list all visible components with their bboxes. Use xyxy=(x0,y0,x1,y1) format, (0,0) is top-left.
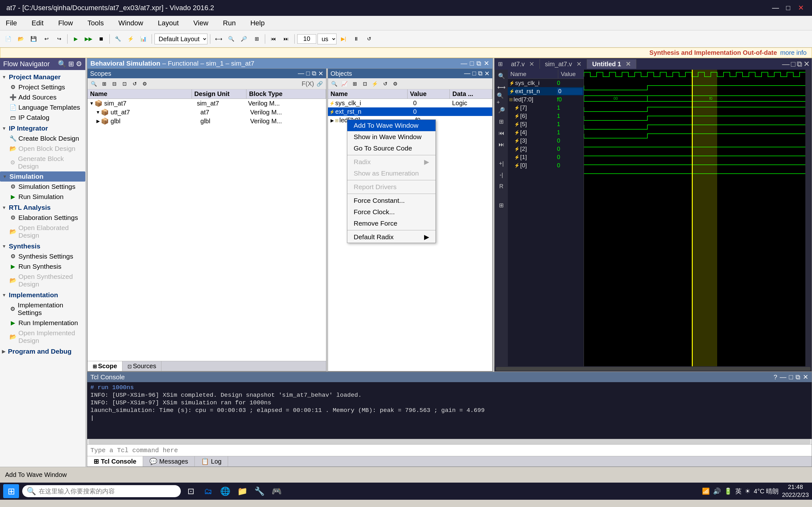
menu-view[interactable]: View xyxy=(191,18,211,29)
flow-nav-expand-icon[interactable]: ⊞ xyxy=(68,60,74,68)
ctx-show-enumeration[interactable]: Show as Enumeration xyxy=(347,168,436,179)
obj-force-btn[interactable]: ⚡ xyxy=(370,79,379,88)
close-button[interactable]: ✕ xyxy=(796,3,806,13)
obj-search-btn[interactable]: 🔍 xyxy=(330,79,339,88)
obj-settings-btn[interactable]: ⚙ xyxy=(391,79,400,88)
ctx-add-to-wave[interactable]: Add To Wave Window xyxy=(347,120,436,131)
layout-dropdown[interactable]: Default Layout xyxy=(154,34,207,44)
menu-file[interactable]: File xyxy=(3,18,19,29)
nav-open-synthesized[interactable]: 📂 Open Synthesized Design xyxy=(0,272,85,289)
tcl-close[interactable]: ✕ xyxy=(803,373,809,381)
prev-btn[interactable]: ⏮ xyxy=(268,33,279,45)
scopes-minimize[interactable]: — xyxy=(298,70,304,77)
report-btn[interactable]: 📊 xyxy=(138,33,149,45)
next-btn[interactable]: ⏭ xyxy=(281,33,292,45)
wave-prev-edge-btn[interactable]: ⏮ xyxy=(496,128,507,138)
scopes-maximize[interactable]: ⧉ xyxy=(312,70,316,77)
ctx-report-drivers[interactable]: Report Drivers xyxy=(347,181,436,193)
scopes-close[interactable]: ✕ xyxy=(318,70,323,77)
nav-impl-settings[interactable]: ⚙ Implementation Settings xyxy=(0,300,85,318)
tcl-tab-messages[interactable]: 💬 Messages xyxy=(143,456,195,466)
tcl-tab-console[interactable]: ⊞ Tcl Console xyxy=(87,456,143,466)
obj-expand-btn[interactable]: ⊞ xyxy=(350,79,359,88)
scope-row-utt-at7[interactable]: ▼ 📦 utt_at7 at7 Verilog M... xyxy=(88,108,326,117)
at7-tab-close[interactable]: ✕ xyxy=(529,60,535,67)
obj-refresh-btn[interactable]: ↺ xyxy=(380,79,390,88)
taskbar-volume-icon[interactable]: 🔊 xyxy=(713,487,721,495)
taskbar-search[interactable]: 🔍 xyxy=(22,485,181,497)
taskbar-time[interactable]: 21:48 2022/2/23 xyxy=(782,483,809,499)
stop-btn[interactable]: ⏹ xyxy=(96,33,107,45)
wave-tab-sim-at7[interactable]: sim_at7.v ✕ xyxy=(540,59,587,69)
obj-filter-btn[interactable]: ⊡ xyxy=(360,79,369,88)
wave-ref-btn[interactable]: R xyxy=(496,181,507,191)
wave-maximize[interactable]: ⧉ xyxy=(797,60,802,68)
objects-float[interactable]: □ xyxy=(472,70,476,77)
scopes-expand-btn[interactable]: ⊞ xyxy=(100,79,108,88)
taskbar-file-btn[interactable]: 🗂 xyxy=(201,484,215,498)
wave-zoom-fit-btn[interactable]: ⟷ xyxy=(496,82,507,93)
obj-row-sys-clk[interactable]: ⚡ sys_clk_i 0 Logic xyxy=(328,99,492,107)
beh-sim-minimize[interactable]: — xyxy=(461,60,467,67)
wave-tab-at7[interactable]: at7.v ✕ xyxy=(506,59,540,69)
wave-sig-led7[interactable]: ⚡ [7] 1 xyxy=(508,104,583,112)
nav-open-block-design[interactable]: 📂 Open Block Design xyxy=(0,144,85,154)
utt-at7-expand[interactable]: ▼ xyxy=(95,110,101,115)
scopes-collapse-btn[interactable]: ⊟ xyxy=(110,79,119,88)
wave-search-btn[interactable]: 🔍 xyxy=(496,71,507,81)
zoom-in-btn[interactable]: 🔍 xyxy=(225,33,237,45)
taskbar-tools-btn[interactable]: 🔧 xyxy=(252,484,266,498)
taskbar-battery-icon[interactable]: 🔋 xyxy=(724,487,732,495)
scope-row-glbl[interactable]: ▶ 📦 glbl glbl Verilog M... xyxy=(88,117,326,125)
menu-run[interactable]: Run xyxy=(220,18,238,29)
section-simulation[interactable]: ▼ Simulation xyxy=(0,171,85,181)
ctx-remove-force[interactable]: Remove Force xyxy=(347,218,436,229)
nav-ip-catalog[interactable]: 🗃 IP Catalog xyxy=(0,112,85,123)
wave-sig-led4[interactable]: ⚡ [4] 1 xyxy=(508,128,583,136)
scope-row-sim-at7[interactable]: ▼ 📦 sim_at7 sim_at7 Verilog M... xyxy=(88,99,326,108)
beh-sim-close[interactable]: ✕ xyxy=(484,60,490,67)
minimize-button[interactable]: — xyxy=(771,3,780,13)
section-ip-integrator[interactable]: ▼ IP Integrator xyxy=(0,123,85,133)
more-info-link[interactable]: more info xyxy=(780,49,807,56)
section-project-manager[interactable]: ▼ Project Manager xyxy=(0,71,85,82)
nav-run-simulation[interactable]: ▶ Run Simulation xyxy=(0,192,85,202)
wave-zoom-sel-btn[interactable]: ⊞ xyxy=(496,117,507,127)
menu-help[interactable]: Help xyxy=(248,18,267,29)
search-input[interactable] xyxy=(39,488,176,495)
scopes-link-btn[interactable]: 🔗 xyxy=(315,79,324,88)
ctx-radix[interactable]: Radix ▶ xyxy=(347,156,436,168)
nav-language-templates[interactable]: 📄 Language Templates xyxy=(0,102,85,112)
tcl-tab-log[interactable]: 📋 Log xyxy=(195,456,228,466)
new-btn[interactable]: 📄 xyxy=(3,33,14,45)
section-program-debug[interactable]: ▶ Program and Debug xyxy=(0,346,85,356)
taskbar-network-icon[interactable]: 📶 xyxy=(702,487,710,495)
wave-sig-led5[interactable]: ⚡ [5] 1 xyxy=(508,120,583,128)
tcl-input[interactable] xyxy=(87,445,812,456)
wave-zoom-in-btn[interactable]: 🔍+ xyxy=(496,94,507,104)
nav-simulation-settings[interactable]: ⚙ Simulation Settings xyxy=(0,181,85,192)
wave-sig-led2[interactable]: ⚡ [2] 0 xyxy=(508,145,583,153)
zoom-fit-btn[interactable]: ⟷ xyxy=(213,33,224,45)
scopes-float[interactable]: □ xyxy=(306,70,310,77)
wave-zoom-out-btn[interactable]: 🔎 xyxy=(496,105,507,115)
section-implementation[interactable]: ▼ Implementation xyxy=(0,289,85,300)
untitled-tab-close[interactable]: ✕ xyxy=(625,60,631,67)
wave-minimize[interactable]: — xyxy=(782,60,790,68)
flow-nav-search-icon[interactable]: 🔍 xyxy=(58,60,66,68)
maximize-button[interactable]: □ xyxy=(783,3,793,13)
save-btn[interactable]: 💾 xyxy=(28,33,39,45)
undo-btn[interactable]: ↩ xyxy=(41,33,52,45)
redo-btn[interactable]: ↪ xyxy=(53,33,65,45)
nav-open-elaborated[interactable]: 📂 Open Elaborated Design xyxy=(0,223,85,240)
beh-sim-maximize[interactable]: ⧉ xyxy=(476,60,481,67)
taskbar-view-btn[interactable]: ⊡ xyxy=(184,484,198,498)
sim-at7-expand[interactable]: ▼ xyxy=(89,101,95,106)
ctx-force-constant[interactable]: Force Constant... xyxy=(347,195,436,206)
wave-sig-led1[interactable]: ⚡ [1] 0 xyxy=(508,153,583,161)
wave-close[interactable]: ✕ xyxy=(803,60,810,68)
ctx-force-clock[interactable]: Force Clock... xyxy=(347,206,436,218)
taskbar-edge-btn[interactable]: 🌐 xyxy=(218,484,232,498)
nav-add-sources[interactable]: ➕ Add Sources xyxy=(0,92,85,102)
menu-layout[interactable]: Layout xyxy=(155,18,181,29)
